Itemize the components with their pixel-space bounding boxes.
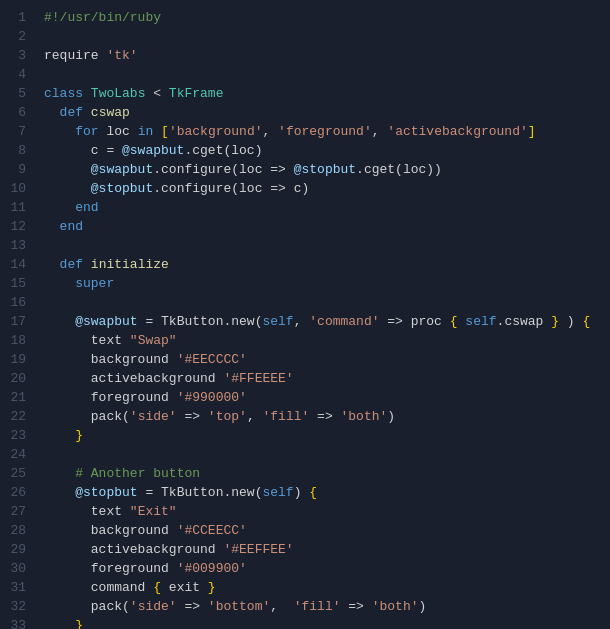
line-number: 21 bbox=[0, 388, 26, 407]
code-line: def cswap bbox=[44, 103, 610, 122]
code-line bbox=[44, 445, 610, 464]
code-line: } bbox=[44, 426, 610, 445]
line-number: 23 bbox=[0, 426, 26, 445]
line-number: 27 bbox=[0, 502, 26, 521]
code-line: require 'tk' bbox=[44, 46, 610, 65]
code-line: background '#EECCCC' bbox=[44, 350, 610, 369]
line-number: 30 bbox=[0, 559, 26, 578]
code-line: #!/usr/bin/ruby bbox=[44, 8, 610, 27]
line-number: 32 bbox=[0, 597, 26, 616]
code-line: @swapbut.configure(loc => @stopbut.cget(… bbox=[44, 160, 610, 179]
line-number: 4 bbox=[0, 65, 26, 84]
code-line: activebackground '#FFEEEE' bbox=[44, 369, 610, 388]
line-number: 19 bbox=[0, 350, 26, 369]
line-number: 9 bbox=[0, 160, 26, 179]
code-line: end bbox=[44, 217, 610, 236]
line-number: 7 bbox=[0, 122, 26, 141]
code-line: background '#CCEECC' bbox=[44, 521, 610, 540]
code-line: def initialize bbox=[44, 255, 610, 274]
code-line: command { exit } bbox=[44, 578, 610, 597]
line-number: 18 bbox=[0, 331, 26, 350]
code-line: super bbox=[44, 274, 610, 293]
line-number: 31 bbox=[0, 578, 26, 597]
line-number: 33 bbox=[0, 616, 26, 629]
line-number: 16 bbox=[0, 293, 26, 312]
code-line: } bbox=[44, 616, 610, 629]
line-number: 13 bbox=[0, 236, 26, 255]
line-number: 1 bbox=[0, 8, 26, 27]
code-line: pack('side' => 'top', 'fill' => 'both') bbox=[44, 407, 610, 426]
code-line: text "Swap" bbox=[44, 331, 610, 350]
code-line: for loc in ['background', 'foreground', … bbox=[44, 122, 610, 141]
line-number: 29 bbox=[0, 540, 26, 559]
code-line: pack('side' => 'bottom', 'fill' => 'both… bbox=[44, 597, 610, 616]
line-number: 15 bbox=[0, 274, 26, 293]
code-content-area[interactable]: #!/usr/bin/ruby require 'tk' class TwoLa… bbox=[36, 0, 610, 629]
line-number: 5 bbox=[0, 84, 26, 103]
line-number: 26 bbox=[0, 483, 26, 502]
code-line: foreground '#009900' bbox=[44, 559, 610, 578]
code-line: end bbox=[44, 198, 610, 217]
code-line bbox=[44, 293, 610, 312]
line-number: 2 bbox=[0, 27, 26, 46]
line-number: 24 bbox=[0, 445, 26, 464]
code-editor: 1234567891011121314151617181920212223242… bbox=[0, 0, 610, 629]
code-line: # Another button bbox=[44, 464, 610, 483]
code-line bbox=[44, 65, 610, 84]
line-number: 20 bbox=[0, 369, 26, 388]
code-line: @stopbut.configure(loc => c) bbox=[44, 179, 610, 198]
line-number: 11 bbox=[0, 198, 26, 217]
line-number-gutter: 1234567891011121314151617181920212223242… bbox=[0, 0, 36, 629]
line-number: 10 bbox=[0, 179, 26, 198]
code-line: @swapbut = TkButton.new(self, 'command' … bbox=[44, 312, 610, 331]
code-line: c = @swapbut.cget(loc) bbox=[44, 141, 610, 160]
code-line: text "Exit" bbox=[44, 502, 610, 521]
code-line: activebackground '#EEFFEE' bbox=[44, 540, 610, 559]
line-number: 28 bbox=[0, 521, 26, 540]
code-line bbox=[44, 236, 610, 255]
code-line: class TwoLabs < TkFrame bbox=[44, 84, 610, 103]
line-number: 12 bbox=[0, 217, 26, 236]
line-number: 22 bbox=[0, 407, 26, 426]
line-number: 25 bbox=[0, 464, 26, 483]
code-line bbox=[44, 27, 610, 46]
code-line: foreground '#990000' bbox=[44, 388, 610, 407]
line-number: 8 bbox=[0, 141, 26, 160]
code-line: @stopbut = TkButton.new(self) { bbox=[44, 483, 610, 502]
line-number: 3 bbox=[0, 46, 26, 65]
line-number: 17 bbox=[0, 312, 26, 331]
line-number: 6 bbox=[0, 103, 26, 122]
line-number: 14 bbox=[0, 255, 26, 274]
